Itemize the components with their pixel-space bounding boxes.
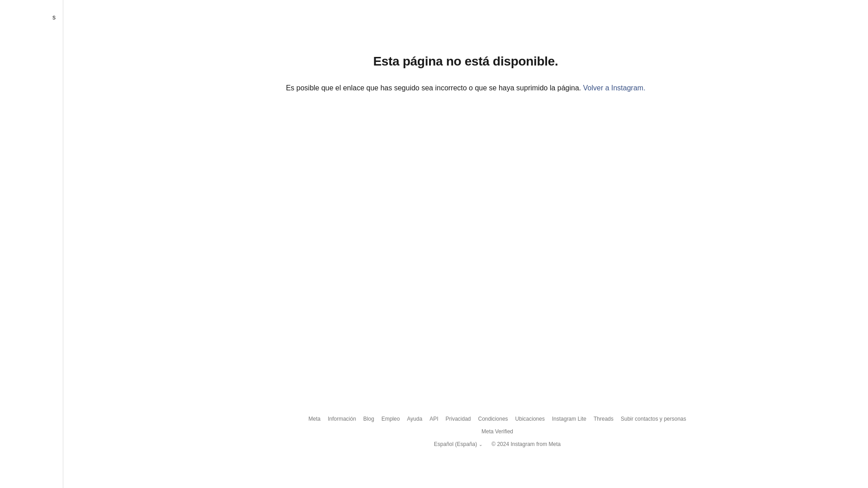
- footer-link[interactable]: Subir contactos y personas: [617, 416, 690, 422]
- footer-link[interactable]: Threads: [590, 416, 617, 422]
- chevron-down-icon: ⌄: [479, 442, 482, 447]
- footer-links: MetaInformaciónBlogEmpleoAyudaAPIPrivaci…: [95, 416, 868, 422]
- copyright-text: © 2024 Instagram from Meta: [491, 441, 561, 447]
- footer-link[interactable]: Ubicaciones: [512, 416, 548, 422]
- error-description: Es posible que el enlace que has seguido…: [286, 82, 645, 94]
- language-selector[interactable]: Español (España) ⌄: [434, 441, 482, 447]
- footer-link[interactable]: Blog: [360, 416, 378, 422]
- footer-bottom: Español (España) ⌄ © 2024 Instagram from…: [95, 441, 868, 447]
- error-container: Esta página no está disponible. Es posib…: [268, 54, 663, 94]
- footer-link[interactable]: Meta: [305, 416, 324, 422]
- footer-link[interactable]: Información: [324, 416, 360, 422]
- left-sidebar: s: [0, 0, 63, 488]
- footer-link[interactable]: Privacidad: [442, 416, 474, 422]
- main-content: Esta página no está disponible. Es posib…: [63, 0, 868, 488]
- footer: MetaInformaciónBlogEmpleoAyudaAPIPrivaci…: [95, 407, 868, 461]
- language-label: Español (España): [434, 441, 477, 447]
- error-title: Esta página no está disponible.: [286, 54, 645, 69]
- footer-link[interactable]: Condiciones: [475, 416, 512, 422]
- footer-link[interactable]: Empleo: [378, 416, 404, 422]
- footer-link[interactable]: API: [426, 416, 442, 422]
- footer-secondary-links: Meta Verified: [95, 428, 868, 435]
- footer-secondary-link[interactable]: Meta Verified: [478, 428, 517, 435]
- sidebar-partial-text: s: [0, 9, 63, 25]
- footer-link[interactable]: Ayuda: [403, 416, 426, 422]
- back-to-instagram-link[interactable]: Volver a Instagram.: [583, 84, 646, 92]
- footer-link[interactable]: Instagram Lite: [548, 416, 590, 422]
